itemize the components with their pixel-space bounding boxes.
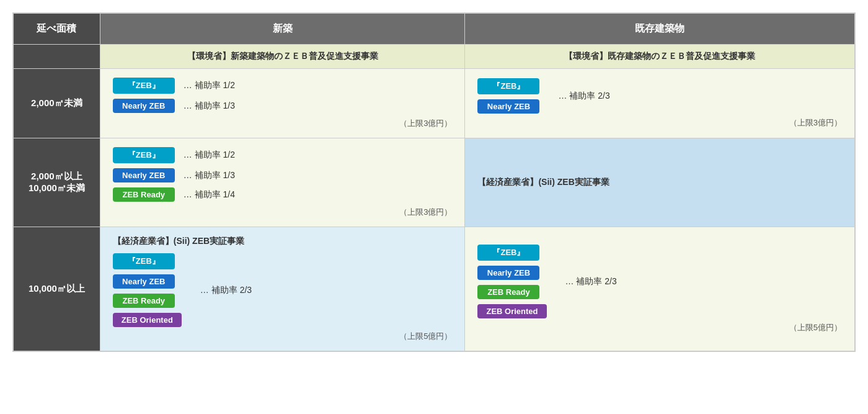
badge-nearly-1: Nearly ZEB bbox=[113, 99, 175, 113]
existing-badge-ready-3: ZEB Ready bbox=[477, 285, 539, 299]
rate-zeb-1: … 補助率 1/2 bbox=[184, 80, 235, 91]
existing-badge-row-ready-3: ZEB Ready bbox=[477, 285, 546, 299]
existing-rate-1: … 補助率 2/3 bbox=[558, 91, 609, 101]
new-rate-3: … 補助率 2/3 bbox=[200, 285, 252, 295]
new-badge-nearly-3: Nearly ZEB bbox=[113, 274, 175, 289]
existing-badge-nearly-3: Nearly ZEB bbox=[477, 266, 539, 280]
badge-zeb-1: 『ZEB』 bbox=[113, 78, 175, 94]
existing-meti-header-2: 【経済産業省】(Sii) ZEB実証事業 bbox=[477, 177, 609, 187]
existing-rate-3: … 補助率 2/3 bbox=[565, 276, 617, 286]
existing-badge-zeb-3: 『ZEB』 bbox=[477, 245, 539, 261]
existing-badge-row-nearly-3: Nearly ZEB bbox=[477, 266, 546, 280]
new-cell-over-10000: 【経済産業省】(Sii) ZEB実証事業 『ZEB』 Nearly ZEB ZE… bbox=[100, 227, 465, 351]
header-row: 延べ面積 新築 既存建築物 bbox=[14, 14, 855, 45]
existing-badge-nearly-1: Nearly ZEB bbox=[477, 99, 539, 114]
existing-badge-zeb-1: 『ZEB』 bbox=[477, 78, 539, 94]
new-badge-ready-3: ZEB Ready bbox=[113, 294, 175, 308]
corner-header: 延べ面積 bbox=[14, 14, 100, 45]
rate-zeb-2: … 補助率 1/2 bbox=[184, 150, 235, 161]
existing-badge-row-zeb-1: 『ZEB』 bbox=[477, 78, 539, 94]
badge-row-nearly-2: Nearly ZEB … 補助率 1/3 bbox=[113, 168, 453, 182]
existing-cell-under-2000: 『ZEB』 Nearly ZEB … 補助率 2/3 （上限3億円） bbox=[465, 69, 855, 138]
area-label-over-10000: 10,000㎡以上 bbox=[14, 227, 100, 351]
rate-nearly-2: … 補助率 1/3 bbox=[184, 170, 235, 181]
badge-row-ready-2: ZEB Ready … 補助率 1/4 bbox=[113, 187, 453, 202]
existing-badge-row-zeb-3: 『ZEB』 bbox=[477, 245, 546, 261]
new-limit-3: （上限5億円） bbox=[113, 331, 453, 342]
existing-badge-oriented-3: ZEB Oriented bbox=[477, 304, 546, 318]
badge-ready-2: ZEB Ready bbox=[113, 187, 175, 202]
new-badge-row-zeb-3: 『ZEB』 bbox=[113, 253, 182, 269]
existing-limit-1: （上限3億円） bbox=[477, 117, 842, 128]
row-under-2000: 2,000㎡未満 『ZEB』 … 補助率 1/2 Nearly ZEB … 補助… bbox=[14, 69, 855, 138]
limit-new-2: （上限3億円） bbox=[113, 207, 453, 218]
subheader-new: 【環境省】新築建築物のＺＥＢ普及促進支援事業 bbox=[100, 45, 465, 69]
new-badge-oriented-3: ZEB Oriented bbox=[113, 313, 182, 327]
new-cell-2000-10000: 『ZEB』 … 補助率 1/2 Nearly ZEB … 補助率 1/3 ZEB… bbox=[100, 138, 465, 227]
new-meti-header-3: 【経済産業省】(Sii) ZEB実証事業 bbox=[113, 236, 453, 247]
main-table: 延べ面積 新築 既存建築物 【環境省】新築建築物のＺＥＢ普及促進支援事業 【環境… bbox=[12, 12, 856, 352]
new-badge-row-nearly-3: Nearly ZEB bbox=[113, 274, 182, 289]
existing-badge-row-nearly-1: Nearly ZEB bbox=[477, 99, 539, 114]
new-construction-header: 新築 bbox=[100, 14, 465, 45]
badge-nearly-2: Nearly ZEB bbox=[113, 168, 175, 182]
area-label-2000-10000: 2,000㎡以上 10,000㎡未満 bbox=[14, 138, 100, 227]
existing-badge-row-oriented-3: ZEB Oriented bbox=[477, 304, 546, 318]
row-2000-10000: 2,000㎡以上 10,000㎡未満 『ZEB』 … 補助率 1/2 Nearl… bbox=[14, 138, 855, 227]
existing-limit-3: （上限5億円） bbox=[477, 322, 842, 333]
existing-cell-over-10000: 『ZEB』 Nearly ZEB ZEB Ready ZEB Oriented bbox=[465, 227, 855, 351]
area-label-under-2000: 2,000㎡未満 bbox=[14, 69, 100, 138]
badge-zeb-2: 『ZEB』 bbox=[113, 147, 175, 163]
rate-nearly-1: … 補助率 1/3 bbox=[184, 101, 235, 112]
row-over-10000: 10,000㎡以上 【経済産業省】(Sii) ZEB実証事業 『ZEB』 Nea… bbox=[14, 227, 855, 351]
badge-row-zeb-1: 『ZEB』 … 補助率 1/2 bbox=[113, 78, 453, 94]
badge-row-nearly-1: Nearly ZEB … 補助率 1/3 bbox=[113, 99, 453, 113]
limit-new-1: （上限3億円） bbox=[113, 118, 453, 129]
existing-cell-2000-10000: 【経済産業省】(Sii) ZEB実証事業 bbox=[465, 138, 855, 227]
badge-row-zeb-2: 『ZEB』 … 補助率 1/2 bbox=[113, 147, 453, 163]
existing-building-header: 既存建築物 bbox=[465, 14, 855, 45]
subheader-existing: 【環境省】既存建築物のＺＥＢ普及促進支援事業 bbox=[465, 45, 855, 69]
new-badge-zeb-3: 『ZEB』 bbox=[113, 253, 175, 269]
new-badge-row-ready-3: ZEB Ready bbox=[113, 294, 182, 308]
rate-ready-2: … 補助率 1/4 bbox=[184, 189, 235, 200]
new-badge-row-oriented-3: ZEB Oriented bbox=[113, 313, 182, 327]
subheader-row: 【環境省】新築建築物のＺＥＢ普及促進支援事業 【環境省】既存建築物のＺＥＢ普及促… bbox=[14, 45, 855, 69]
new-cell-under-2000: 『ZEB』 … 補助率 1/2 Nearly ZEB … 補助率 1/3 （上限… bbox=[100, 69, 465, 138]
